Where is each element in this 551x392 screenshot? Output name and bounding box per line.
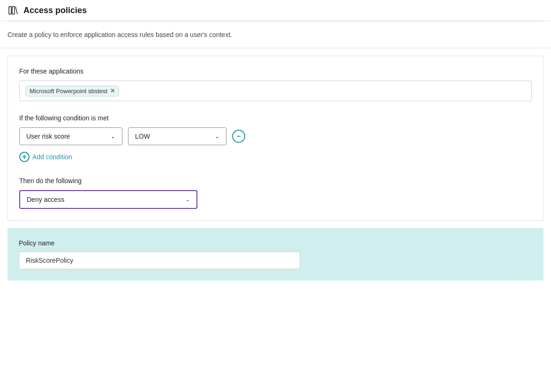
condition-level-chevron-icon: ⌄	[215, 133, 219, 140]
page-description: Create a policy to enforce application a…	[0, 22, 551, 48]
then-section: Then do the following Deny access ⌄	[19, 177, 532, 209]
applications-section: For these applications Microsoft Powerpo…	[19, 67, 532, 101]
action-chevron-icon: ⌄	[185, 196, 190, 203]
applications-label: For these applications	[19, 67, 532, 75]
svg-line-2	[15, 7, 17, 14]
svg-rect-1	[12, 7, 15, 14]
application-tag: Microsoft Powerpoint sbstest ✕	[25, 86, 119, 96]
remove-condition-button[interactable]: −	[232, 130, 245, 143]
add-condition-plus-icon: +	[19, 152, 30, 162]
add-condition-button[interactable]: + Add condition	[19, 152, 532, 162]
condition-row: User risk score ⌄ LOW ⌄ −	[19, 127, 532, 145]
policy-name-label: Policy name	[19, 239, 532, 247]
policy-form-panel: For these applications Microsoft Powerpo…	[8, 56, 543, 221]
application-tag-text: Microsoft Powerpoint sbstest	[30, 88, 107, 95]
condition-type-value: User risk score	[26, 133, 70, 140]
then-label: Then do the following	[19, 177, 532, 185]
page-header: Access policies	[0, 0, 551, 21]
condition-level-value: LOW	[135, 133, 150, 140]
condition-level-select[interactable]: LOW ⌄	[128, 127, 226, 145]
condition-label: If the following condition is met	[19, 114, 532, 122]
svg-rect-0	[9, 7, 11, 14]
policy-name-panel: Policy name	[8, 228, 543, 281]
page-title: Access policies	[23, 6, 87, 15]
condition-section: If the following condition is met User r…	[19, 114, 532, 162]
policy-name-input[interactable]	[19, 251, 300, 269]
add-condition-label: Add condition	[32, 153, 72, 161]
description-text: Create a policy to enforce application a…	[8, 31, 232, 38]
minus-icon: −	[236, 132, 241, 141]
applications-input[interactable]: Microsoft Powerpoint sbstest ✕	[19, 81, 532, 101]
application-tag-close[interactable]: ✕	[110, 88, 115, 94]
action-value: Deny access	[27, 196, 64, 203]
action-select[interactable]: Deny access ⌄	[19, 190, 197, 209]
access-policies-icon	[8, 5, 19, 16]
condition-type-select[interactable]: User risk score ⌄	[19, 127, 122, 145]
condition-type-chevron-icon: ⌄	[111, 133, 115, 140]
